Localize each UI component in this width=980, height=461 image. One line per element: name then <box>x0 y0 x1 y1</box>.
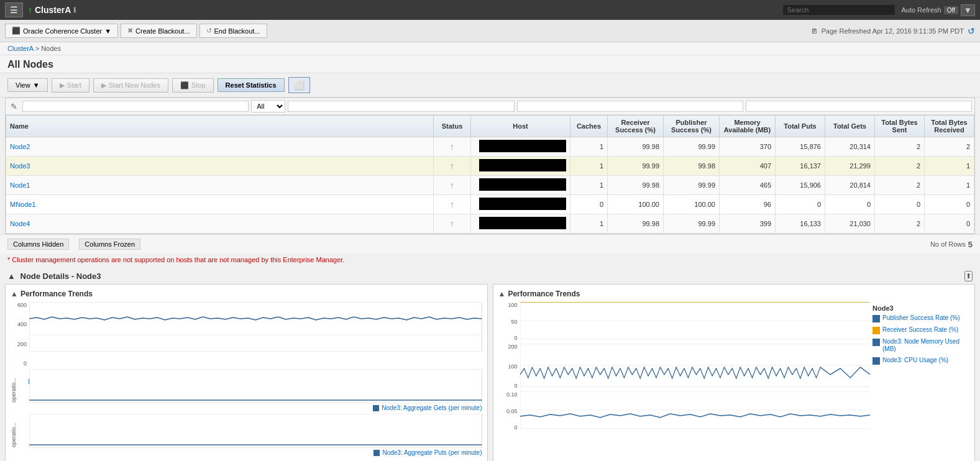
r-y-100: 100 <box>508 363 517 370</box>
status-icon: ↑ <box>450 199 454 209</box>
info-icon[interactable]: ℹ <box>73 6 76 14</box>
edit-icon[interactable]: ✎ <box>8 101 20 112</box>
receiver-legend-label[interactable]: Receiver Success Rate (%) <box>882 326 958 334</box>
create-blackout-button[interactable]: ✖ Create Blackout... <box>121 24 196 38</box>
table-body: Node2 ↑ 1 99.98 99.99 370 15,876 20,314 … <box>6 137 974 234</box>
start-new-nodes-label: Start New Nodes <box>109 81 160 89</box>
right-chart-3-container: 0.10 0.05 0 <box>498 391 871 431</box>
right-chart-1-svg <box>520 302 871 339</box>
right-chart-2 <box>520 344 871 389</box>
col-filter2-input[interactable] <box>746 101 972 112</box>
columns-frozen-button[interactable]: Columns Frozen <box>79 239 140 250</box>
col-name[interactable]: Name <box>6 116 434 137</box>
col-filter-input[interactable] <box>517 101 743 112</box>
col-memory-available[interactable]: MemoryAvailable (MB) <box>720 116 776 137</box>
cell-publisher-success: 99.99 <box>664 176 720 195</box>
right-chart-2-y-axis: 200 100 0 <box>498 344 520 389</box>
memory-used-legend-label[interactable]: Node3: Node Memory Used (MB) <box>882 338 967 353</box>
oracle-coherence-cluster-button[interactable]: ⬛ Oracle Coherence Cluster ▼ <box>5 24 118 38</box>
left-chart-3-legend: Node3: Aggregate Puts (per minute) <box>29 449 482 456</box>
page-refreshed-area: 🖹 Page Refreshed Apr 12, 2016 9:11:35 PM… <box>811 26 975 36</box>
left-chart-1-y-axis: 600 400 200 0 <box>11 302 29 367</box>
cell-total-gets: 0 <box>825 195 875 214</box>
col-caches[interactable]: Caches <box>570 116 608 137</box>
col-host[interactable]: Host <box>471 116 570 137</box>
start-new-nodes-button[interactable]: ▶ Start New Nodes <box>93 78 168 93</box>
oracle-coherence-label: Oracle Coherence Cluster <box>23 27 102 35</box>
col-total-puts[interactable]: Total Puts <box>776 116 825 137</box>
right-chart-panel: ▲ Performance Trends 100 50 0 <box>493 284 976 461</box>
end-blackout-icon: ↺ <box>206 27 212 35</box>
cell-memory-available: 465 <box>720 176 776 195</box>
right-chart-arrow: ▲ <box>498 290 506 298</box>
reset-statistics-button[interactable]: Reset Statistics <box>218 78 285 92</box>
cell-total-bytes-sent: 2 <box>875 214 925 234</box>
cell-publisher-success: 99.98 <box>664 157 720 176</box>
page-refreshed-text: Page Refreshed Apr 12, 2016 9:11:35 PM P… <box>822 27 964 35</box>
right-charts-column: 100 50 0 <box>498 302 871 431</box>
right-chart-2-svg <box>520 344 871 387</box>
right-chart-title-text: Performance Trends <box>508 290 580 298</box>
export-button[interactable]: ⬜ <box>288 77 310 93</box>
name-filter-input[interactable] <box>22 101 249 112</box>
stop-button[interactable]: ⬛ Stop <box>172 78 214 93</box>
cell-name[interactable]: Node1 <box>6 176 434 195</box>
left-chart-2-svg <box>29 369 482 403</box>
auto-refresh-value: Off <box>944 6 958 14</box>
page-header: All Nodes <box>0 55 980 73</box>
cell-name[interactable]: MNode1 <box>6 195 434 214</box>
cluster-name[interactable]: ClusterA <box>35 5 71 15</box>
section-collapse-icon[interactable]: ▲ <box>7 272 16 281</box>
cell-total-bytes-received: 2 <box>925 137 974 157</box>
cell-name[interactable]: Node3 <box>6 157 434 176</box>
cluster-title: ↑ ClusterA ℹ <box>28 5 76 15</box>
cell-name[interactable]: Node2 <box>6 137 434 157</box>
warning-text: * Cluster management operations are not … <box>7 256 344 263</box>
y-400: 400 <box>17 321 27 327</box>
left-chart-2-container: operatio... Node3: Aggregate Gets (per m… <box>11 369 482 411</box>
manual-refresh-icon[interactable]: ↺ <box>968 26 975 36</box>
hamburger-button[interactable]: ☰ <box>5 2 23 17</box>
table-row: MNode1 ↑ 0 100.00 100.00 96 0 0 0 0 <box>6 195 974 214</box>
node-details-title-text: Node Details - Node3 <box>21 272 101 281</box>
nav-bar: ⬛ Oracle Coherence Cluster ▼ ✖ Create Bl… <box>0 20 980 42</box>
col-total-gets[interactable]: Total Gets <box>825 116 875 137</box>
status-filter-dropdown[interactable]: All <box>251 100 285 112</box>
memory-used-legend-color <box>872 339 880 346</box>
publisher-legend-label[interactable]: Publisher Success Rate (%) <box>882 314 960 322</box>
cell-total-puts: 16,137 <box>776 157 825 176</box>
view-button[interactable]: View ▼ <box>7 78 48 92</box>
create-blackout-icon: ✖ <box>127 27 133 35</box>
cell-caches: 1 <box>570 214 608 234</box>
auto-refresh-dropdown[interactable]: ▼ <box>961 4 975 16</box>
col-publisher-success[interactable]: PublisherSuccess (%) <box>664 116 720 137</box>
r-y-50: 50 <box>511 319 517 325</box>
columns-hidden-button[interactable]: Columns Hidden <box>7 239 69 250</box>
breadcrumb-cluster-link[interactable]: ClusterA <box>7 45 34 52</box>
col-receiver-success[interactable]: ReceiverSuccess (%) <box>608 116 664 137</box>
left-chart-2-y-label: operatio... <box>11 369 29 411</box>
end-blackout-button[interactable]: ↺ End Blackout... <box>199 24 267 38</box>
cell-total-bytes-received: 1 <box>925 157 974 176</box>
node-details-collapse-button[interactable]: ⬆ <box>964 271 973 281</box>
r-y-0-c2: 0 <box>514 383 517 389</box>
start-new-nodes-icon: ▶ <box>101 81 106 89</box>
col-status[interactable]: Status <box>434 116 471 137</box>
cell-status: ↑ <box>434 137 471 157</box>
cell-total-gets: 21,030 <box>825 214 875 234</box>
cell-total-gets: 21,299 <box>825 157 875 176</box>
cell-publisher-success: 99.99 <box>664 137 720 157</box>
col-total-bytes-sent[interactable]: Total BytesSent <box>875 116 925 137</box>
page-title: All Nodes <box>7 59 973 70</box>
cell-host <box>471 195 570 214</box>
cell-total-bytes-sent: 2 <box>875 137 925 157</box>
r-y-200: 200 <box>508 344 517 350</box>
col-total-bytes-received[interactable]: Total BytesReceived <box>925 116 974 137</box>
left-chart-arrow: ▲ <box>11 290 18 298</box>
search-input[interactable] <box>783 5 895 15</box>
start-button[interactable]: ▶ Start <box>52 78 89 93</box>
right-chart-3-y-axis: 0.10 0.05 0 <box>498 391 520 431</box>
host-filter-input[interactable] <box>288 101 514 112</box>
cpu-legend-label[interactable]: Node3: CPU Usage (%) <box>882 357 948 364</box>
cell-name[interactable]: Node4 <box>6 214 434 234</box>
